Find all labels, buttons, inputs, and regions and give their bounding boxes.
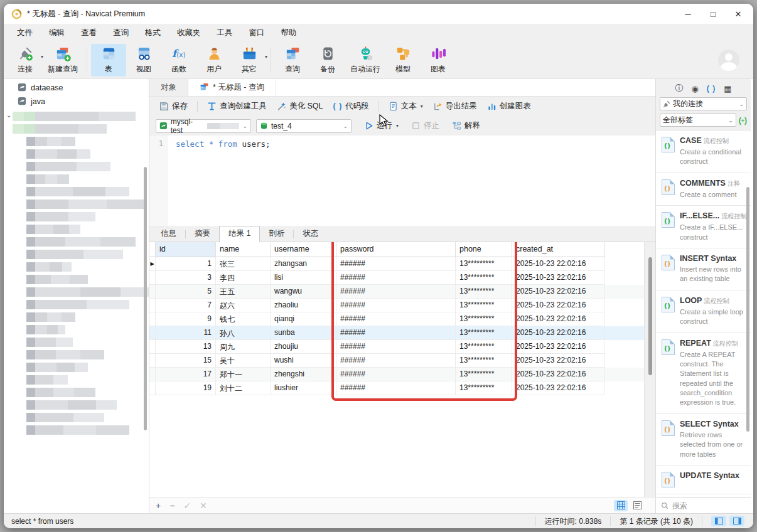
cell-name[interactable]: 钱七: [216, 312, 271, 326]
toolbar-connect-button[interactable]: 连接▾: [8, 44, 43, 77]
query-builder-button[interactable]: 查询创建工具: [203, 99, 271, 114]
blurred-tree-item[interactable]: [26, 350, 149, 359]
menu-item-工具[interactable]: 工具: [209, 24, 241, 41]
blurred-tree-item[interactable]: [26, 187, 149, 196]
cell-phone[interactable]: 13*********: [456, 299, 512, 312]
cell-created_at[interactable]: 2025-10-23 22:02:16: [512, 354, 605, 368]
grid-scrollbar[interactable]: [644, 242, 655, 497]
toolbar-model-button[interactable]: 模型: [385, 44, 421, 77]
cell-phone[interactable]: 13*********: [456, 326, 512, 340]
menu-item-查询[interactable]: 查询: [105, 24, 137, 41]
cell-created_at[interactable]: 2025-10-23 22:02:16: [512, 299, 605, 312]
table-row[interactable]: ▶1张三zhangsan######13*********2025-10-23 …: [149, 257, 644, 271]
tree-connection-dataease[interactable]: dataease: [4, 81, 149, 95]
snippet-item-IFELSE[interactable]: ()IF...ELSE...流程控制Create a IF...ELSE... …: [656, 206, 751, 248]
new-snippet-button[interactable]: (+): [739, 116, 747, 125]
cell-created_at[interactable]: 2025-10-23 22:02:16: [512, 340, 605, 354]
result-tab-状态[interactable]: 状态: [294, 226, 327, 242]
tab-objects[interactable]: 对象: [149, 79, 188, 96]
result-tab-剖析[interactable]: 剖析: [260, 226, 293, 242]
table-row[interactable]: 17郑十一zhengshi######13*********2025-10-23…: [149, 368, 644, 381]
cell-username[interactable]: zhoujiu: [271, 340, 336, 354]
blurred-tree-item[interactable]: [26, 400, 149, 410]
snippet-item-UPDATESyntax[interactable]: ()UPDATE Syntax: [656, 466, 751, 494]
tab-query-active[interactable]: * 无标题 - 查询: [188, 79, 276, 96]
cell-created_at[interactable]: 2025-10-23 22:02:16: [512, 326, 605, 340]
cell-password[interactable]: ######: [336, 257, 456, 271]
cell-password[interactable]: ######: [336, 340, 456, 354]
cell-name[interactable]: 王五: [216, 285, 271, 299]
cell-created_at[interactable]: 2025-10-23 22:02:16: [512, 381, 605, 395]
toolbar-function-button[interactable]: f(x)函数: [161, 44, 196, 77]
cell-name[interactable]: 孙八: [216, 326, 271, 340]
blurred-tree-item[interactable]: [26, 149, 149, 159]
toolbar-charts-button[interactable]: 图表: [421, 44, 456, 77]
sql-editor[interactable]: 1 select * from users;: [149, 136, 655, 227]
cell-phone[interactable]: 13*********: [456, 354, 512, 368]
cell-username[interactable]: wangwu: [271, 285, 336, 299]
blurred-tree-item[interactable]: [26, 225, 149, 234]
minimize-button[interactable]: ─: [675, 5, 701, 23]
toggle-left-pane-button[interactable]: [711, 516, 726, 526]
column-header-phone[interactable]: phone: [456, 242, 512, 257]
cell-password[interactable]: ######: [336, 354, 456, 368]
sql-code[interactable]: select * from users;: [168, 136, 271, 226]
column-header-id[interactable]: id: [156, 242, 216, 257]
toolbar-table-button[interactable]: 表: [91, 44, 126, 77]
cell-password[interactable]: ######: [336, 326, 456, 340]
cell-id[interactable]: 11: [156, 326, 216, 340]
cell-id[interactable]: 9: [156, 312, 216, 326]
cell-name[interactable]: 郑十一: [216, 368, 271, 381]
cell-password[interactable]: ######: [336, 299, 456, 312]
menu-item-窗口[interactable]: 窗口: [241, 24, 273, 41]
beautify-sql-button[interactable]: 美化 SQL: [273, 99, 327, 114]
toolbar-user-button[interactable]: 用户: [196, 44, 232, 77]
blurred-tree-item[interactable]: [13, 112, 149, 121]
cell-username[interactable]: zhengshi: [271, 368, 336, 381]
blurred-tree-item[interactable]: [26, 262, 149, 272]
database-select[interactable]: test_4 ⌄: [256, 119, 352, 133]
snippet-item-INSERTSyntax[interactable]: ()INSERT SyntaxInsert new rows into an e…: [656, 248, 751, 290]
cell-username[interactable]: zhangsan: [271, 257, 336, 271]
run-button[interactable]: 运行▾: [360, 119, 402, 133]
blurred-tree-item[interactable]: [26, 237, 149, 247]
cell-name[interactable]: 周九: [216, 340, 271, 354]
toolbar-new-query-button[interactable]: 新建查询: [43, 44, 83, 77]
blurred-tree-item[interactable]: [26, 200, 149, 209]
snippet-item-COMMENTS[interactable]: ()COMMENTS注释Create a comment: [656, 173, 751, 206]
cell-created_at[interactable]: 2025-10-23 22:02:16: [512, 312, 605, 326]
grid-scrollbar-thumb[interactable]: [648, 257, 652, 375]
blurred-tree-item[interactable]: [26, 287, 149, 297]
cell-created_at[interactable]: 2025-10-23 22:02:16: [512, 257, 605, 271]
snippet-item-REPEAT[interactable]: ()REPEAT流程控制Create A REPEAT construct. T…: [656, 333, 751, 414]
blurred-tree-item[interactable]: [13, 124, 149, 134]
table-row[interactable]: 9钱七qianqi######13*********2025-10-23 22:…: [149, 312, 644, 326]
cell-name[interactable]: 吴十: [216, 354, 271, 368]
info-icon[interactable]: ⓘ: [675, 83, 684, 94]
cell-name[interactable]: 李四: [216, 271, 271, 285]
blurred-tree-item[interactable]: [26, 174, 149, 184]
toolbar-automation-button[interactable]: 自动运行: [345, 44, 385, 77]
cell-phone[interactable]: 13*********: [456, 368, 512, 381]
result-grid[interactable]: idnameusernamepasswordphonecreated_at ▶1…: [149, 242, 644, 497]
text-view-button[interactable]: 文本▾: [385, 99, 427, 114]
cell-password[interactable]: ######: [336, 312, 456, 326]
cell-username[interactable]: zhaoliu: [271, 299, 336, 312]
code-snippet-button[interactable]: ( ) 代码段: [330, 99, 373, 114]
snippet-search[interactable]: 搜索: [656, 497, 751, 513]
menu-item-帮助[interactable]: 帮助: [273, 24, 305, 41]
cell-id[interactable]: 15: [156, 354, 216, 368]
cell-id[interactable]: 5: [156, 285, 216, 299]
toolbar-query-button[interactable]: 查询: [275, 44, 310, 77]
maximize-button[interactable]: □: [701, 5, 726, 23]
blurred-tree-item[interactable]: [26, 275, 149, 284]
user-avatar[interactable]: [718, 50, 739, 71]
toolbar-view-button[interactable]: 视图: [126, 44, 161, 77]
snippet-connection-select[interactable]: 我的连接⌄: [660, 97, 747, 110]
blurred-tree-item[interactable]: [26, 312, 149, 322]
column-header-password[interactable]: password: [336, 242, 456, 257]
blurred-tree-item[interactable]: [26, 137, 149, 146]
cell-password[interactable]: ######: [336, 381, 456, 395]
snippet-tag-select[interactable]: 全部标签⌄: [660, 114, 736, 127]
table-row[interactable]: 7赵六zhaoliu######13*********2025-10-23 22…: [149, 299, 644, 312]
